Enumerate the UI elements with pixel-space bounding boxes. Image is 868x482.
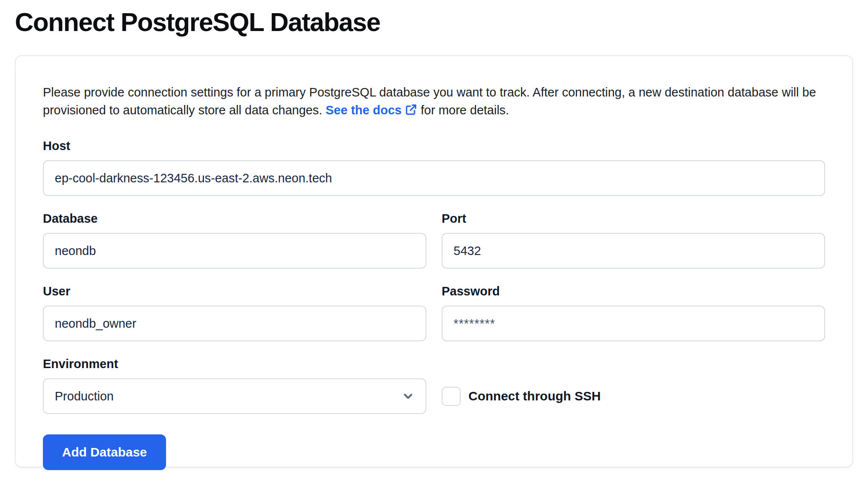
host-field-group: Host [43,139,825,196]
environment-select[interactable]: Production [43,378,426,414]
database-input[interactable] [43,233,426,269]
ssh-field-group: Connect through SSH [442,378,825,414]
page: Connect PostgreSQL Database Please provi… [0,0,868,468]
password-label: Password [442,284,825,298]
description-text-after: for more details. [421,103,509,117]
see-the-docs-link[interactable]: See the docs [326,103,417,117]
connection-form-card: Please provide connection settings for a… [15,55,853,468]
chevron-down-icon [401,389,415,403]
port-input[interactable] [442,233,825,269]
database-field-group: Database [43,211,426,269]
see-the-docs-label: See the docs [326,103,402,117]
description: Please provide connection settings for a… [43,83,825,119]
add-database-button[interactable]: Add Database [43,434,166,470]
host-label: Host [43,139,825,153]
host-input[interactable] [43,160,825,196]
database-label: Database [43,211,426,226]
ssh-checkbox-label[interactable]: Connect through SSH [468,389,601,403]
ssh-checkbox[interactable] [442,387,461,406]
user-input[interactable] [43,306,426,341]
password-field-group: Password [442,284,825,341]
environment-field-group: Environment Production [43,357,426,414]
environment-selected-value: Production [55,389,114,403]
port-field-group: Port [442,211,825,269]
page-title: Connect PostgreSQL Database [15,0,853,39]
fields-grid: Database Port User Password Environment … [43,211,825,414]
user-field-group: User [43,284,426,341]
port-label: Port [442,211,825,226]
password-input[interactable] [442,306,825,341]
user-label: User [43,284,426,298]
external-link-icon [405,103,417,116]
environment-label: Environment [43,357,426,371]
